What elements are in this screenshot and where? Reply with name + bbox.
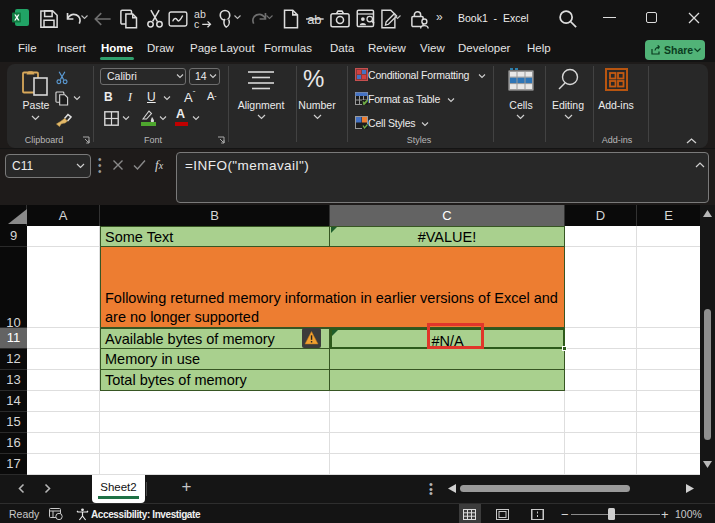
svg-text:c: c (194, 18, 200, 29)
